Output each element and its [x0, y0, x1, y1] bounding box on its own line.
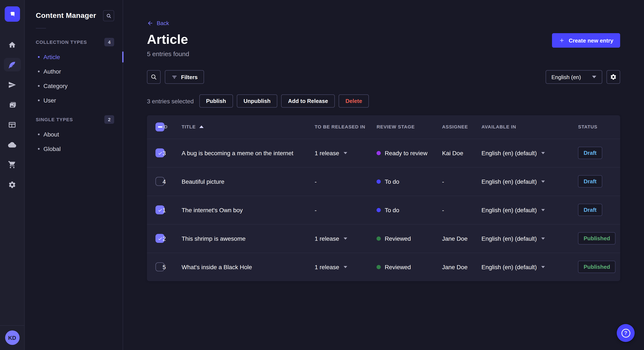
media-library-icon: [8, 101, 16, 109]
row-assignee: -: [442, 196, 482, 224]
chevron-down-icon[interactable]: [344, 266, 347, 268]
row-available: English (en) (default): [482, 206, 537, 213]
help-button[interactable]: ?: [617, 324, 635, 342]
rail-cloud[interactable]: [4, 138, 21, 151]
filters-button[interactable]: Filters: [165, 70, 204, 84]
row-id: 5: [162, 253, 182, 281]
publish-button[interactable]: Publish: [199, 94, 233, 108]
table-row[interactable]: 3 A bug is becoming a meme on the intern…: [147, 139, 620, 167]
locale-select[interactable]: English (en): [546, 70, 602, 84]
unpublish-button[interactable]: Unpublish: [236, 94, 277, 108]
stage-dot: [376, 208, 381, 212]
table-row[interactable]: 1 The internet's Own boy - To do - Engli…: [147, 196, 620, 224]
col-header-stage[interactable]: REVIEW STAGE: [376, 115, 442, 139]
stage-dot: [376, 236, 381, 240]
rail-marketplace[interactable]: [4, 158, 21, 172]
table-row[interactable]: 2 This shrimp is awesome 1 release Revie…: [147, 224, 620, 253]
row-released: 1 release: [314, 264, 339, 270]
row-assignee: Jane Doe: [442, 224, 482, 253]
row-stage: To do: [384, 206, 399, 213]
content-manager-sidebar: Content Manager COLLECTION TYPES 4 Artic…: [25, 0, 123, 350]
entries-table: ID TITLE TO BE RELEASED IN REVIEW STAGE …: [147, 115, 620, 281]
search-icon: [150, 74, 157, 80]
table-row[interactable]: 4 Beautiful picture - To do - English (e…: [147, 167, 620, 196]
content-manager-icon: [8, 61, 16, 69]
row-available: English (en) (default): [482, 178, 537, 185]
col-header-available[interactable]: AVAILABLE IN: [482, 115, 578, 139]
check-icon: [158, 207, 162, 212]
single-types-count-badge: 2: [104, 115, 114, 124]
col-header-id[interactable]: ID: [162, 115, 182, 139]
status-badge: Draft: [578, 175, 602, 187]
row-assignee: Jane Doe: [442, 253, 482, 281]
table-search-button[interactable]: [147, 70, 160, 84]
strapi-logo-icon: [8, 10, 16, 18]
col-header-title[interactable]: TITLE: [182, 115, 315, 139]
rail-deploy[interactable]: [4, 78, 21, 91]
entries-count: 5 entries found: [147, 50, 189, 57]
filter-icon: [171, 74, 178, 80]
row-released: 1 release: [314, 150, 339, 156]
page-title: Article: [147, 32, 189, 47]
chevron-down-icon[interactable]: [541, 266, 545, 268]
chevron-down-icon[interactable]: [541, 209, 545, 211]
table-row[interactable]: 5 What's inside a Black Hole 1 release R…: [147, 253, 620, 281]
row-available: English (en) (default): [482, 150, 537, 156]
collection-types-label: COLLECTION TYPES: [36, 39, 87, 45]
sidebar-item-user[interactable]: User: [25, 93, 123, 108]
sort-ascending-icon: [200, 126, 204, 128]
back-arrow-icon: [147, 20, 153, 26]
layout-icon: [8, 121, 16, 129]
collection-types-section: COLLECTION TYPES 4 Article Author Catego…: [25, 34, 123, 108]
col-header-assignee[interactable]: ASSIGNEE: [442, 115, 482, 139]
home-icon: [8, 41, 16, 49]
rail-media-library[interactable]: [4, 98, 21, 111]
create-new-entry-button[interactable]: Create new entry: [552, 33, 620, 48]
row-title: Beautiful picture: [182, 167, 315, 196]
main-content: Back Article 5 entries found Create new …: [123, 0, 644, 350]
row-stage: Reviewed: [384, 264, 411, 270]
row-stage: Reviewed: [384, 235, 411, 242]
rail-content-type-builder[interactable]: [4, 118, 21, 131]
chevron-down-icon[interactable]: [541, 152, 545, 154]
check-icon: [158, 150, 162, 156]
sidebar-item-category[interactable]: Category: [25, 79, 123, 93]
col-header-status[interactable]: STATUS: [578, 115, 620, 139]
plus-icon: [559, 37, 565, 43]
sidebar-item-about[interactable]: About: [25, 127, 123, 142]
back-link[interactable]: Back: [147, 20, 169, 26]
delete-button[interactable]: Delete: [338, 94, 369, 108]
rail-footer: KD: [0, 325, 24, 350]
row-released: -: [314, 206, 316, 213]
sidebar-item-global[interactable]: Global: [25, 142, 123, 156]
check-icon: [158, 236, 162, 241]
chevron-down-icon[interactable]: [344, 237, 347, 239]
row-assignee: Kai Doe: [442, 139, 482, 167]
sidebar-divider: [36, 28, 46, 28]
stage-dot: [376, 265, 381, 269]
question-icon: ?: [621, 329, 630, 338]
add-to-release-button[interactable]: Add to Release: [281, 94, 335, 108]
status-badge: Draft: [578, 147, 602, 159]
chevron-down-icon[interactable]: [541, 237, 545, 239]
single-types-label: SINGLE TYPES: [36, 117, 73, 122]
table-header-row: ID TITLE TO BE RELEASED IN REVIEW STAGE …: [147, 115, 620, 139]
selection-count-text: 3 entries selected: [147, 98, 194, 104]
sidebar-item-author[interactable]: Author: [25, 64, 123, 79]
rail-home[interactable]: [4, 38, 21, 51]
view-settings-button[interactable]: [606, 70, 620, 84]
rail-content-manager[interactable]: [4, 58, 21, 71]
chevron-down-icon[interactable]: [541, 180, 545, 182]
sidebar-search-button[interactable]: [103, 10, 114, 21]
search-icon: [106, 13, 112, 18]
row-released: 1 release: [314, 235, 339, 242]
strapi-logo[interactable]: [4, 6, 20, 22]
row-assignee: -: [442, 167, 482, 196]
row-id: 3: [162, 139, 182, 167]
chevron-down-icon[interactable]: [344, 152, 347, 154]
rail-settings[interactable]: [4, 178, 21, 191]
sidebar-item-article[interactable]: Article: [25, 50, 123, 64]
gear-icon: [8, 180, 16, 189]
col-header-released[interactable]: TO BE RELEASED IN: [314, 115, 376, 139]
user-avatar[interactable]: KD: [5, 331, 20, 345]
